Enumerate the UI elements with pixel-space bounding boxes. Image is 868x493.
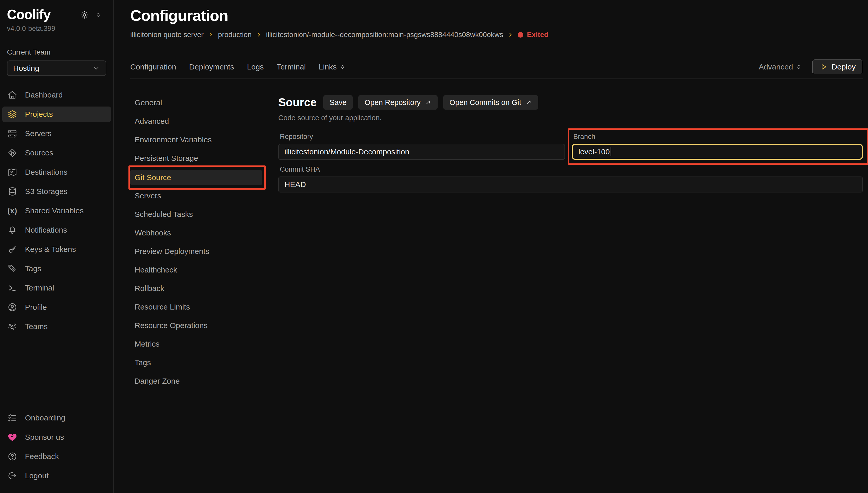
help-circle-icon [7,452,18,462]
user-circle-icon [7,302,18,312]
config-nav-danger-zone[interactable]: Danger Zone [130,373,262,388]
breadcrumb-project[interactable]: illicitonion quote server [130,30,204,39]
sidebar-item-label: Sources [25,148,53,157]
sidebar-item-label: Notifications [25,226,67,234]
sidebar-item-label: Servers [25,129,51,138]
repository-field-group: Repository illicitestonion/Module-Decomp… [278,133,565,160]
sidebar-item-terminal[interactable]: Terminal [2,280,111,296]
tab-links[interactable]: Links [319,63,346,71]
sidebar-item-label: Keys & Tokens [25,245,76,254]
external-link-icon [425,99,431,106]
config-nav-healthcheck[interactable]: Healthcheck [130,262,262,277]
logo-row: Coolify [0,8,113,21]
config-nav-persistent-storage[interactable]: Persistent Storage [130,151,262,166]
sidebar-item-notifications[interactable]: Notifications [2,222,111,238]
sidebar-item-label: Sponsor us [25,433,64,442]
home-icon [7,90,18,100]
heart-icon [7,432,18,442]
advanced-dropdown[interactable]: Advanced [759,63,802,71]
map-icon [7,167,18,177]
sidebar-item-sponsor-us[interactable]: Sponsor us [2,429,111,445]
config-nav-scheduled-tasks[interactable]: Scheduled Tasks [130,207,262,222]
source-form: Source Save Open Repository Open Commits… [278,95,863,493]
sidebar-item-servers[interactable]: Servers [2,126,111,141]
branch-input[interactable]: level-100 [572,144,863,160]
sidebar-item-profile[interactable]: Profile [2,300,111,315]
config-nav-tags[interactable]: Tags [130,355,262,370]
key-icon [7,244,18,254]
repository-label: Repository [280,133,565,141]
sidebar-item-tags[interactable]: Tags [2,261,111,276]
commit-sha-field-group: Commit SHA HEAD [278,166,863,192]
users-group-icon [7,322,18,331]
sidebar: Coolify v4.0.0-beta.399 Current Team Hos… [0,0,114,493]
tab-logs[interactable]: Logs [247,63,264,71]
sidebar-item-label: S3 Storages [25,187,67,196]
chevron-right-icon [256,31,262,38]
team-select[interactable]: Hosting [7,61,106,76]
save-button[interactable]: Save [323,95,353,110]
config-nav-servers[interactable]: Servers [130,188,262,203]
logout-arrow-icon [7,471,18,481]
text-cursor [611,147,611,156]
sidebar-item-projects[interactable]: Projects [2,107,111,122]
config-nav-resource-limits[interactable]: Resource Limits [130,300,262,315]
layers-icon [7,109,18,119]
theme-sun-icon[interactable] [80,10,89,20]
config-nav-preview-deployments[interactable]: Preview Deployments [130,244,262,259]
sidebar-item-destinations[interactable]: Destinations [2,165,111,180]
config-nav-rollback[interactable]: Rollback [130,281,262,296]
config-nav-resource-operations[interactable]: Resource Operations [130,318,262,333]
theme-selector-icon[interactable] [95,11,102,19]
page-title: Configuration [130,7,863,24]
breadcrumb-application[interactable]: illicitestonion/-module--decomposition:m… [266,30,503,39]
git-diamond-icon [7,148,18,158]
deploy-button[interactable]: Deploy [812,60,863,74]
tabs: Configuration Deployments Logs Terminal … [130,63,346,71]
config-nav-webhooks[interactable]: Webhooks [130,226,262,240]
repository-input[interactable]: illicitestonion/Module-Decomposition [278,144,565,160]
source-section-subtitle: Code source of your application. [278,114,863,122]
open-repository-button[interactable]: Open Repository [358,95,438,110]
sidebar-item-label: Profile [25,303,47,312]
git-source-annotation-box: Git Source [128,166,266,190]
config-nav-general[interactable]: General [130,95,262,110]
database-icon [7,187,18,196]
advanced-label: Advanced [759,63,793,71]
tab-configuration[interactable]: Configuration [130,63,176,71]
sidebar-item-s3-storages[interactable]: S3 Storages [2,184,111,199]
status-label: Exited [527,30,549,39]
config-nav-git-source[interactable]: Git Source [130,170,262,185]
sidebar-item-label: Dashboard [25,90,63,99]
sidebar-item-label: Shared Variables [25,206,84,215]
tabs-row: Configuration Deployments Logs Terminal … [130,60,863,74]
breadcrumb-environment[interactable]: production [218,30,252,39]
selector-icon [795,63,802,70]
sidebar-item-label: Projects [25,110,53,119]
current-team-label: Current Team [0,48,113,56]
config-nav-environment-variables[interactable]: Environment Variables [130,132,262,147]
sidebar-item-keys-tokens[interactable]: Keys & Tokens [2,242,111,257]
chevron-right-icon [208,31,214,38]
open-commits-label: Open Commits on Git [449,98,521,107]
chevron-down-icon [92,64,100,72]
sidebar-item-shared-variables[interactable]: (x) Shared Variables [2,203,111,218]
config-nav-advanced[interactable]: Advanced [130,114,262,129]
sidebar-item-dashboard[interactable]: Dashboard [2,87,111,103]
source-section-title: Source [278,96,317,109]
terminal-prompt-icon [7,283,18,293]
config-nav-metrics[interactable]: Metrics [130,337,262,351]
sidebar-item-logout[interactable]: Logout [2,468,111,484]
open-commits-button[interactable]: Open Commits on Git [443,95,538,110]
tab-links-label: Links [319,63,337,71]
commit-sha-input[interactable]: HEAD [278,176,863,192]
sidebar-item-teams[interactable]: Teams [2,319,111,334]
app-version: v4.0.0-beta.399 [0,25,113,33]
sidebar-item-feedback[interactable]: Feedback [2,449,111,464]
sidebar-item-sources[interactable]: Sources [2,145,111,160]
sidebar-item-label: Teams [25,322,48,331]
sidebar-item-onboarding[interactable]: Onboarding [2,410,111,426]
tab-deployments[interactable]: Deployments [189,63,234,71]
sidebar-item-label: Feedback [25,452,59,461]
tab-terminal[interactable]: Terminal [277,63,306,71]
